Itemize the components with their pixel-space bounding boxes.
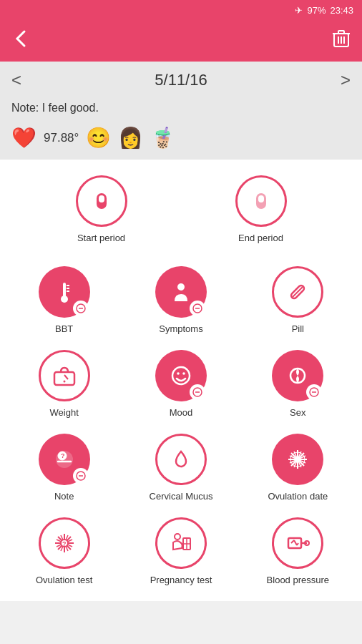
mood-item[interactable]: Mood [124, 346, 238, 422]
end-period-icon [235, 175, 287, 227]
weight-label: Weight [50, 407, 79, 418]
sex-label: Sex [290, 407, 305, 418]
bbt-icon [39, 266, 90, 318]
note-label: Note [54, 491, 74, 502]
svg-rect-7 [99, 195, 104, 203]
drink-emoji: 🧋 [150, 126, 175, 150]
svg-point-48 [295, 457, 300, 462]
period-row: Start period End period [0, 160, 362, 250]
svg-text:?: ? [62, 540, 67, 547]
pill-item[interactable]: Pill [241, 262, 355, 338]
pregnancy-test-label: Pregnancy test [150, 575, 212, 585]
svg-rect-9 [258, 195, 264, 203]
weight-icon [39, 350, 90, 401]
svg-point-24 [63, 381, 65, 383]
svg-rect-2 [338, 31, 344, 34]
start-period-icon [76, 175, 127, 227]
info-row: ❤️ 97.88° 😊 👩 🧋 [0, 122, 362, 160]
mood-icon [155, 350, 207, 401]
note-text: Note: I feel good. [11, 102, 99, 114]
pregnancy-test-item[interactable]: Pregnancy test [124, 513, 238, 590]
symptoms-label: Symptoms [159, 323, 202, 334]
svg-rect-11 [63, 283, 66, 297]
symptoms-item[interactable]: Symptoms [124, 262, 238, 338]
bbt-label: BBT [55, 323, 73, 334]
temperature-value: 97.88° [44, 131, 79, 145]
note-icon: ? [39, 434, 90, 485]
cervical-mucus-label: Cervical Mucus [150, 491, 213, 502]
pill-label: Pill [292, 323, 304, 334]
pill-icon [272, 266, 323, 318]
cervical-mucus-item[interactable]: Cervical Mucus [124, 429, 238, 506]
ovulation-date-icon [272, 434, 323, 485]
sex-edit-badge [306, 384, 322, 400]
prev-date-button[interactable]: < [11, 70, 21, 90]
sex-icon [272, 350, 323, 401]
blood-pressure-icon [272, 517, 323, 569]
back-button[interactable] [11, 29, 31, 54]
svg-point-27 [182, 372, 185, 375]
start-period-label: Start period [77, 233, 125, 243]
mood-emoji: 😊 [86, 126, 111, 150]
svg-point-26 [177, 372, 180, 375]
main-grid: BBT Symptoms Pill [0, 250, 362, 601]
ovulation-date-item[interactable]: Ovulation date [241, 429, 355, 506]
svg-rect-22 [54, 372, 74, 385]
mood-label: Mood [170, 407, 193, 418]
svg-point-59 [175, 534, 180, 540]
ovulation-test-label: Ovulation test [36, 575, 93, 585]
end-period-item[interactable]: End period [234, 171, 288, 248]
cervical-mucus-icon [155, 434, 207, 485]
delete-button[interactable] [332, 29, 351, 54]
ovulation-date-label: Ovulation date [268, 491, 328, 502]
svg-text:?: ? [61, 452, 65, 459]
svg-point-25 [172, 367, 190, 384]
svg-line-67 [294, 540, 297, 545]
airplane-icon: ✈ [295, 5, 303, 16]
symptoms-edit-badge [190, 301, 205, 316]
time-text: 23:43 [330, 5, 353, 16]
note-item[interactable]: ? Note [7, 429, 121, 506]
mood-edit-badge [190, 384, 205, 400]
next-date-button[interactable]: > [341, 70, 351, 90]
body-emoji: 👩 [118, 126, 143, 150]
current-date: 5/11/16 [155, 71, 207, 89]
bbt-edit-badge [73, 301, 89, 316]
blood-pressure-label: Blood pressure [267, 575, 329, 585]
heart-icon: ❤️ [11, 126, 36, 150]
start-period-item[interactable]: Start period [74, 171, 129, 248]
pregnancy-test-icon [155, 517, 207, 569]
nav-bar [0, 20, 362, 62]
status-bar: ✈ 97% 23:43 [0, 0, 362, 20]
ovulation-test-icon: ? [39, 517, 90, 569]
ovulation-test-item[interactable]: ? Ovulation test [7, 513, 121, 590]
weight-item[interactable]: Weight [7, 346, 121, 422]
svg-point-17 [177, 283, 185, 291]
svg-rect-63 [288, 538, 301, 548]
blood-pressure-item[interactable]: Blood pressure [241, 513, 355, 590]
svg-line-23 [64, 375, 68, 379]
note-edit-badge [73, 468, 89, 484]
date-header: < 5/11/16 > [0, 62, 362, 99]
end-period-label: End period [238, 233, 283, 243]
battery-text: 97% [307, 5, 326, 16]
svg-line-68 [297, 543, 298, 545]
note-area: Note: I feel good. [0, 99, 362, 122]
symptoms-icon [155, 266, 207, 318]
sex-item[interactable]: Sex [241, 346, 355, 422]
bbt-item[interactable]: BBT [7, 262, 121, 338]
